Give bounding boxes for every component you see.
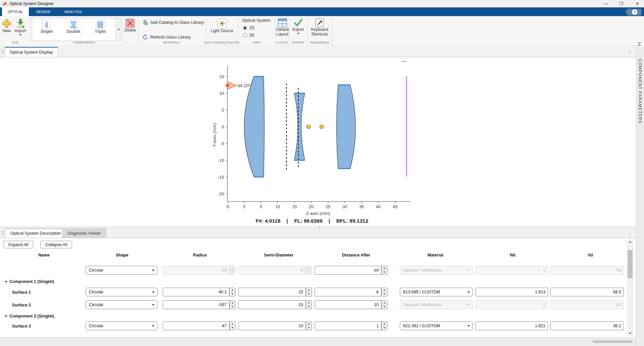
delete-button[interactable]: Delete (123, 18, 138, 33)
splitter-caret-icon[interactable]: ⌄ (318, 224, 321, 229)
import-icon (15, 18, 25, 28)
toolbar-separator (289, 17, 289, 46)
distance-after-field[interactable]: 6 (315, 288, 387, 296)
table-vertical-scrollbar[interactable] (627, 239, 633, 336)
distance-after-field[interactable]: 1 (315, 322, 387, 330)
panel-options-icon[interactable]: ⋮ (628, 50, 632, 55)
horizontal-scrollbar[interactable] (0, 337, 636, 346)
scrollbar-thumb[interactable] (592, 340, 633, 343)
spinner[interactable] (381, 266, 387, 275)
refresh-glass-library-button[interactable]: Refresh Glass Library (142, 34, 191, 40)
close-button[interactable]: ✕ (631, 0, 644, 7)
column-header-name: Name (38, 253, 50, 257)
shape-dropdown[interactable]: Circular (86, 322, 158, 330)
distance-after-field[interactable]: 10 (315, 300, 387, 309)
dropdown-caret-icon[interactable] (149, 288, 157, 296)
panel-grip-handle[interactable] (1, 231, 4, 235)
svg-text:Z-axis (mm): Z-axis (mm) (306, 211, 330, 216)
description-tab-bar: Optical System Description Diagnostic Vi… (0, 229, 636, 238)
tab-optical-system-display[interactable]: Optical System Display (5, 47, 58, 57)
tab-diagnostic-viewer[interactable]: Diagnostic Viewer (62, 229, 106, 238)
export-button[interactable]: Export (290, 18, 306, 34)
collapse-all-button[interactable]: Collapse All (40, 241, 72, 248)
shape-dropdown[interactable]: Circular (86, 266, 158, 275)
tab-design[interactable]: DESIGN (34, 7, 53, 16)
shape-dropdown[interactable]: Circular (86, 288, 158, 296)
nd-field[interactable]: 1.621 (476, 322, 548, 330)
add-catalog-icon (142, 19, 148, 25)
semi-diameter-field[interactable]: 15 (238, 288, 312, 296)
optical-system-view-label: Optical System (242, 18, 270, 23)
tab-analysis[interactable]: ANALYSIS (62, 7, 84, 16)
help-button[interactable]: ? (625, 9, 641, 15)
panel-options-icon[interactable]: ⋮ (628, 231, 632, 236)
panel-splitter[interactable]: ⌄ (0, 226, 636, 229)
spinner[interactable] (306, 300, 312, 309)
dropdown-caret-icon[interactable] (149, 322, 157, 330)
triplet-button[interactable]: Triplet (89, 20, 112, 34)
component-parameters-title: COMPONENT PARAMETERS (638, 59, 642, 124)
spinner[interactable] (229, 288, 235, 296)
keyboard-shortcuts-button[interactable]: KeyboardShortcuts (309, 18, 330, 37)
gallery-dropdown-button[interactable] (116, 18, 122, 41)
light-source-sun-icon (217, 18, 227, 28)
material-dropdown: Vacuum / Mathworks (400, 266, 473, 275)
spinner[interactable] (306, 288, 312, 296)
axes-toolbar-icon[interactable]: ••• (402, 59, 407, 63)
expand-all-button[interactable]: Expand All (3, 241, 33, 248)
radio-3d[interactable]: 3D (243, 33, 255, 38)
optical-metrics-status: F#: 4.0118 | FL: 99.6369 | BFL: 85.1312 (195, 218, 429, 224)
singlet-button[interactable]: Singlet (35, 20, 58, 34)
new-button[interactable]: New (1, 18, 12, 33)
scroll-up-icon[interactable] (627, 239, 633, 244)
collapse-ribbon-button[interactable] (637, 42, 642, 46)
title-bar: Optical System Designer — ❐ ✕ (0, 0, 644, 7)
nd-field[interactable]: 1.613 (476, 288, 548, 296)
collapse-caret-icon[interactable] (5, 281, 7, 283)
radio-2d[interactable]: 2D (243, 25, 255, 30)
semi-diameter-field[interactable]: 15 (238, 300, 312, 309)
section-label-export: EXPORT (292, 41, 305, 44)
collapse-caret-icon[interactable] (5, 315, 7, 317)
tab-optical-system[interactable]: OPTICAL SYSTEM (2, 7, 29, 16)
add-catalog-button[interactable]: Add Catalog to Glass Library (142, 19, 204, 25)
doublet-button[interactable]: Doublet (62, 20, 85, 34)
component-group-row[interactable]: Component 2 (Singlet) (5, 314, 54, 319)
panel-grip-handle[interactable] (1, 50, 4, 54)
semi-diameter-field[interactable]: 10 (238, 322, 312, 330)
material-dropdown[interactable]: 613-585 / CUSTOM (400, 288, 473, 296)
spinner[interactable] (306, 322, 312, 330)
dropdown-caret-icon[interactable] (149, 266, 157, 274)
refresh-icon (142, 34, 148, 40)
scrollbar-thumb[interactable] (628, 250, 633, 278)
spinner[interactable] (229, 300, 235, 309)
minimize-button[interactable]: — (599, 0, 612, 7)
maximize-button[interactable]: ❐ (614, 0, 628, 7)
scroll-down-icon[interactable] (627, 331, 633, 336)
component-group-row[interactable]: Component 1 (Singlet) (5, 279, 54, 284)
dropdown-caret-icon[interactable] (149, 301, 157, 309)
radio-3d-icon (243, 33, 247, 38)
spinner[interactable] (381, 300, 387, 309)
component-parameters-strip[interactable]: COMPONENT PARAMETERS (636, 47, 644, 346)
shape-dropdown[interactable]: Circular (86, 300, 158, 309)
radius-field[interactable]: 40.1 (163, 288, 235, 296)
dropdown-caret-icon[interactable] (465, 322, 473, 330)
material-dropdown[interactable]: 621-362 / CUSTOM (400, 322, 473, 330)
default-layout-icon (278, 18, 287, 27)
radius-field[interactable]: -537 (163, 300, 235, 309)
vd-field[interactable]: 58.5 (550, 288, 624, 296)
spinner[interactable] (381, 322, 387, 330)
distance-after-field[interactable]: Inf (315, 266, 387, 275)
semi-diameter-field: 5 (238, 266, 312, 275)
components-gallery: Singlet Doublet Triplet (32, 18, 116, 41)
tab-optical-system-description[interactable]: Optical System Description (5, 229, 66, 238)
dropdown-caret-icon[interactable] (465, 288, 473, 296)
svg-text:-15: -15 (218, 175, 224, 180)
radius-field[interactable]: -47 (163, 322, 235, 330)
light-source-button[interactable]: Light Source (210, 18, 234, 33)
vd-field[interactable]: 36.2 (550, 322, 624, 330)
spinner[interactable] (229, 322, 235, 330)
import-button[interactable]: Import (13, 18, 28, 36)
spinner[interactable] (381, 288, 387, 296)
